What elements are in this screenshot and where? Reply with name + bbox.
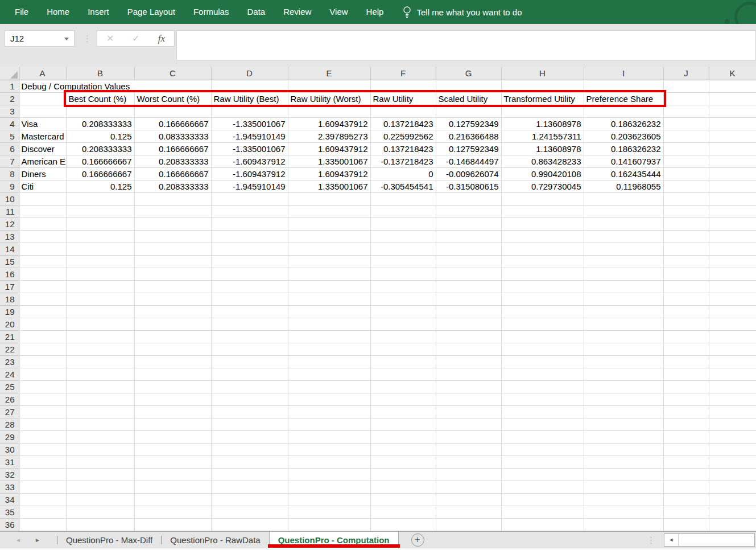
cell-K29[interactable] [709, 430, 756, 443]
cell-G16[interactable] [436, 268, 501, 280]
cell-C29[interactable] [134, 430, 211, 443]
cell-F30[interactable] [370, 443, 436, 455]
cell-J12[interactable] [663, 217, 709, 230]
cell-D2[interactable]: Raw Utility (Best) [211, 92, 288, 105]
cell-E11[interactable] [288, 205, 370, 217]
cell-I15[interactable] [584, 255, 663, 268]
cell-E17[interactable] [288, 280, 370, 293]
cell-A18[interactable] [19, 293, 66, 305]
cell-E30[interactable] [288, 443, 370, 455]
cell-D35[interactable] [211, 506, 288, 518]
cell-B15[interactable] [66, 255, 134, 268]
cell-B26[interactable] [66, 393, 134, 405]
cell-K13[interactable] [709, 230, 756, 243]
cell-A35[interactable] [19, 506, 66, 518]
cell-I25[interactable] [584, 380, 663, 393]
cell-A11[interactable] [19, 205, 66, 217]
cell-C10[interactable] [134, 192, 211, 205]
cell-J25[interactable] [663, 380, 709, 393]
cell-K26[interactable] [709, 393, 756, 405]
cell-K20[interactable] [709, 318, 756, 330]
cell-B23[interactable] [66, 355, 134, 368]
row-header-36[interactable]: 36 [0, 518, 19, 531]
cell-F16[interactable] [370, 268, 436, 280]
cell-K28[interactable] [709, 418, 756, 430]
cell-I24[interactable] [584, 368, 663, 380]
cell-K1[interactable] [709, 80, 756, 92]
cell-E35[interactable] [288, 506, 370, 518]
cell-G19[interactable] [436, 305, 501, 318]
cell-H26[interactable] [501, 393, 584, 405]
cell-K35[interactable] [709, 506, 756, 518]
cell-J20[interactable] [663, 318, 709, 330]
cell-A30[interactable] [19, 443, 66, 455]
cell-G22[interactable] [436, 343, 501, 355]
cell-F36[interactable] [370, 518, 436, 531]
cell-J17[interactable] [663, 280, 709, 293]
cell-E25[interactable] [288, 380, 370, 393]
cell-F4[interactable]: 0.137218423 [370, 117, 436, 130]
row-header-8[interactable]: 8 [0, 167, 19, 180]
cell-K17[interactable] [709, 280, 756, 293]
row-header-25[interactable]: 25 [0, 380, 19, 393]
cell-E3[interactable] [288, 105, 370, 117]
cell-K2[interactable] [709, 92, 756, 105]
cell-A24[interactable] [19, 368, 66, 380]
cell-G4[interactable]: 0.127592349 [436, 117, 501, 130]
cell-J26[interactable] [663, 393, 709, 405]
cell-B6[interactable]: 0.208333333 [66, 142, 134, 155]
row-header-12[interactable]: 12 [0, 217, 19, 230]
cell-F5[interactable]: 0.225992562 [370, 130, 436, 142]
cell-I29[interactable] [584, 430, 663, 443]
cell-K23[interactable] [709, 355, 756, 368]
cell-B33[interactable] [66, 481, 134, 493]
cell-D7[interactable]: -1.609437912 [211, 155, 288, 167]
cell-C16[interactable] [134, 268, 211, 280]
cell-J11[interactable] [663, 205, 709, 217]
cell-K34[interactable] [709, 493, 756, 506]
menu-review[interactable]: Review [274, 0, 320, 24]
cell-F13[interactable] [370, 230, 436, 243]
cell-C3[interactable] [134, 105, 211, 117]
cell-H16[interactable] [501, 268, 584, 280]
cell-G32[interactable] [436, 468, 501, 481]
cell-F21[interactable] [370, 330, 436, 343]
cell-E10[interactable] [288, 192, 370, 205]
cell-B5[interactable]: 0.125 [66, 130, 134, 142]
cell-E31[interactable] [288, 455, 370, 468]
cell-B36[interactable] [66, 518, 134, 531]
cell-A4[interactable]: Visa [19, 117, 66, 130]
cell-C21[interactable] [134, 330, 211, 343]
cell-E12[interactable] [288, 217, 370, 230]
cell-K22[interactable] [709, 343, 756, 355]
cell-C4[interactable]: 0.166666667 [134, 117, 211, 130]
cell-G11[interactable] [436, 205, 501, 217]
cell-H30[interactable] [501, 443, 584, 455]
cell-B34[interactable] [66, 493, 134, 506]
row-header-13[interactable]: 13 [0, 230, 19, 243]
row-header-5[interactable]: 5 [0, 130, 19, 142]
cell-J24[interactable] [663, 368, 709, 380]
cell-A25[interactable] [19, 380, 66, 393]
cell-J6[interactable] [663, 142, 709, 155]
cell-A27[interactable] [19, 405, 66, 418]
cell-E34[interactable] [288, 493, 370, 506]
cell-D26[interactable] [211, 393, 288, 405]
cell-A9[interactable]: Citi [19, 180, 66, 192]
scrollbar-track[interactable] [679, 534, 754, 546]
row-header-24[interactable]: 24 [0, 368, 19, 380]
cell-I6[interactable]: 0.186326232 [584, 142, 663, 155]
cell-G10[interactable] [436, 192, 501, 205]
cell-K3[interactable] [709, 105, 756, 117]
cell-D19[interactable] [211, 305, 288, 318]
cell-C2[interactable]: Worst Count (%) [134, 92, 211, 105]
cell-F26[interactable] [370, 393, 436, 405]
cell-D33[interactable] [211, 481, 288, 493]
cell-G7[interactable]: -0.146844497 [436, 155, 501, 167]
cell-G1[interactable] [436, 80, 501, 92]
cell-H4[interactable]: 1.13608978 [501, 117, 584, 130]
cell-K32[interactable] [709, 468, 756, 481]
cell-H32[interactable] [501, 468, 584, 481]
cell-I34[interactable] [584, 493, 663, 506]
row-header-10[interactable]: 10 [0, 192, 19, 205]
